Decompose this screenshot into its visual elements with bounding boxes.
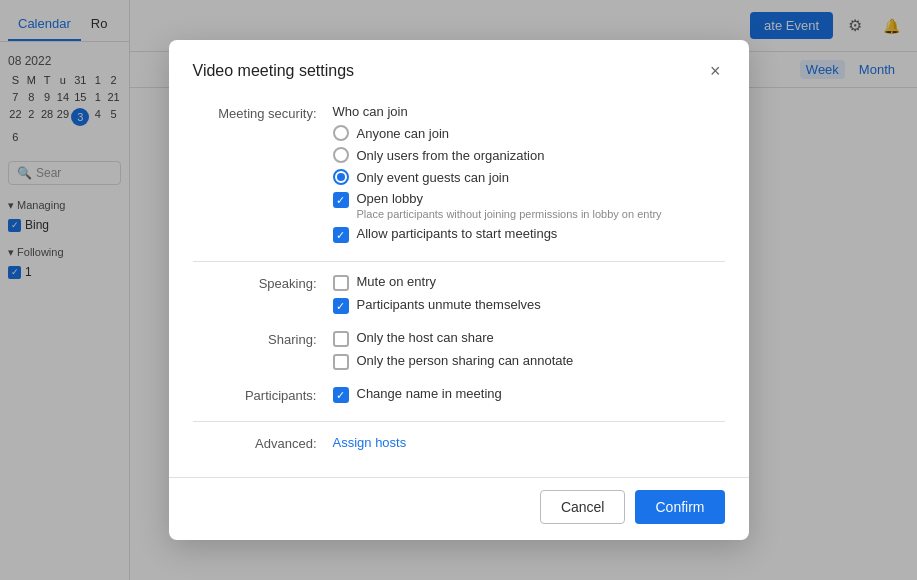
open-lobby-checkbox[interactable] [333,192,349,208]
mute-on-entry-label: Mute on entry [357,274,437,289]
unmute-label: Participants unmute themselves [357,297,541,312]
org-radio[interactable] [333,147,349,163]
confirm-button[interactable]: Confirm [635,490,724,524]
event-guests-option[interactable]: Only event guests can join [333,169,725,185]
video-meeting-settings-modal: Video meeting settings × Meeting securit… [169,40,749,540]
speaking-section: Speaking: Mute on entry Participants unm… [193,274,725,320]
advanced-label: Advanced: [193,434,333,451]
host-share-label: Only the host can share [357,330,494,345]
participants-content: Change name in meeting [333,386,725,409]
annotate-option[interactable]: Only the person sharing can annotate [333,353,725,370]
divider-2 [193,421,725,422]
meeting-security-section: Meeting security: Who can join Anyone ca… [193,104,725,249]
divider-1 [193,261,725,262]
modal-title: Video meeting settings [193,62,355,80]
cancel-button[interactable]: Cancel [540,490,626,524]
anyone-label: Anyone can join [357,126,450,141]
open-lobby-label: Open lobby [357,191,662,206]
org-users-option[interactable]: Only users from the organization [333,147,725,163]
meeting-security-label: Meeting security: [193,104,333,121]
modal-overlay: Video meeting settings × Meeting securit… [0,0,917,580]
sharing-content: Only the host can share Only the person … [333,330,725,376]
host-share-option[interactable]: Only the host can share [333,330,725,347]
speaking-content: Mute on entry Participants unmute themse… [333,274,725,320]
assign-hosts-link[interactable]: Assign hosts [333,435,407,450]
guests-label: Only event guests can join [357,170,509,185]
unmute-checkbox[interactable] [333,298,349,314]
modal-footer: Cancel Confirm [169,477,749,540]
host-share-checkbox[interactable] [333,331,349,347]
anyone-radio[interactable] [333,125,349,141]
open-lobby-text-block: Open lobby Place participants without jo… [357,191,662,220]
modal-header: Video meeting settings × [169,40,749,96]
close-icon[interactable]: × [706,58,725,84]
advanced-section: Advanced: Assign hosts [193,434,725,451]
anyone-can-join-option[interactable]: Anyone can join [333,125,725,141]
annotate-label: Only the person sharing can annotate [357,353,574,368]
open-lobby-option[interactable]: Open lobby Place participants without jo… [333,191,725,220]
mute-on-entry-option[interactable]: Mute on entry [333,274,725,291]
participants-label: Participants: [193,386,333,403]
sharing-label: Sharing: [193,330,333,347]
change-name-option[interactable]: Change name in meeting [333,386,725,403]
allow-start-label: Allow participants to start meetings [357,226,558,241]
modal-body: Meeting security: Who can join Anyone ca… [169,96,749,477]
mute-on-entry-checkbox[interactable] [333,275,349,291]
org-label: Only users from the organization [357,148,545,163]
guests-radio[interactable] [333,169,349,185]
change-name-label: Change name in meeting [357,386,502,401]
participants-section: Participants: Change name in meeting [193,386,725,409]
open-lobby-desc: Place participants without joining permi… [357,208,662,220]
speaking-label: Speaking: [193,274,333,291]
advanced-content: Assign hosts [333,434,725,450]
change-name-checkbox[interactable] [333,387,349,403]
unmute-themselves-option[interactable]: Participants unmute themselves [333,297,725,314]
who-can-join-title: Who can join [333,104,725,119]
annotate-checkbox[interactable] [333,354,349,370]
allow-start-checkbox[interactable] [333,227,349,243]
sharing-section: Sharing: Only the host can share Only th… [193,330,725,376]
allow-start-option[interactable]: Allow participants to start meetings [333,226,725,243]
meeting-security-content: Who can join Anyone can join Only users … [333,104,725,249]
